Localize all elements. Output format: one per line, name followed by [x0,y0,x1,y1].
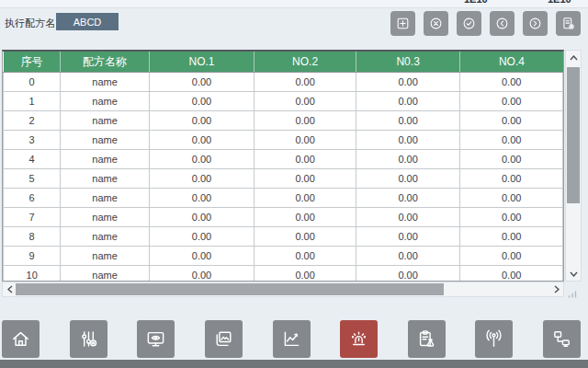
nav-home-button[interactable] [2,320,40,358]
table-cell[interactable]: 0.00 [356,189,460,208]
recipe-settings-button[interactable] [556,11,581,36]
table-cell[interactable]: 0.00 [149,92,254,111]
table-cell[interactable]: 0.00 [254,111,356,131]
table-cell[interactable]: 0.00 [254,189,356,208]
table-cell[interactable]: 0.00 [460,111,563,131]
column-header: 序号 [4,52,61,73]
table-cell[interactable]: 0.00 [254,247,356,266]
table-cell[interactable]: name [61,208,149,227]
table-cell[interactable]: 0.00 [356,227,460,247]
nav-gallery-button[interactable] [205,320,243,358]
table-cell[interactable]: name [61,111,149,131]
clipboard-flask-icon [416,328,437,350]
table-cell[interactable]: 0.00 [356,111,460,131]
table-cell[interactable]: 0.00 [356,92,460,111]
table-cell[interactable]: 0.00 [149,266,254,282]
table-cell[interactable]: 0.00 [254,227,356,247]
table-cell[interactable]: 0.00 [460,131,563,150]
table-cell[interactable]: 0.00 [149,73,254,92]
table-cell[interactable]: 1 [4,92,61,111]
nav-recipe-button[interactable] [408,320,446,358]
nav-alarm-button[interactable] [340,320,378,358]
table-cell[interactable]: name [61,227,149,247]
table-cell[interactable]: 0.00 [254,169,356,189]
table-cell[interactable]: 0.00 [254,131,356,150]
table-cell[interactable]: 3 [4,131,61,150]
hmi-screen: 1E10 1E10 执行配方名 ABCD 序号配方名称NO.1NO.2N0.3N… [0,0,588,368]
horizontal-scroll-thumb[interactable] [16,283,444,295]
table-cell[interactable]: 0.00 [356,150,460,169]
table-cell[interactable]: 0.00 [149,189,254,208]
table-cell[interactable]: name [61,150,149,169]
table-cell[interactable]: 0.00 [254,92,356,111]
table-cell[interactable]: 0.00 [356,169,460,189]
table-cell[interactable]: 0.00 [149,150,254,169]
table-row: 10name0.000.000.000.00 [4,266,563,282]
delete-recipe-button[interactable] [424,11,448,36]
table-cell[interactable]: 0.00 [460,169,563,189]
table-cell[interactable]: name [61,92,149,111]
scroll-left-button[interactable] [4,282,16,296]
table-cell[interactable]: 0.00 [149,131,254,150]
add-recipe-button[interactable] [390,11,415,36]
table-cell[interactable]: name [61,266,149,282]
nav-communication-button[interactable] [475,320,513,358]
table-cell[interactable]: 0.00 [460,150,563,169]
table-cell[interactable]: 0.00 [460,73,563,92]
previous-recipe-button[interactable] [490,11,514,36]
alarm-beacon-icon [348,328,369,350]
table-cell[interactable]: 0.00 [460,247,563,266]
device-network-icon [551,328,572,350]
column-header: NO.4 [460,52,563,73]
table-cell[interactable]: 0.00 [254,266,356,282]
table-cell[interactable]: 8 [4,227,61,247]
next-recipe-button[interactable] [523,11,548,36]
table-cell[interactable]: 0.00 [149,208,254,227]
scroll-up-button[interactable] [566,52,581,63]
table-cell[interactable]: 5 [4,169,61,189]
table-cell[interactable]: 0.00 [149,111,254,131]
scroll-right-button[interactable] [550,282,562,296]
table-cell[interactable]: 0.00 [149,227,254,247]
table-cell[interactable]: name [61,189,149,208]
table-cell[interactable]: 0 [4,73,61,92]
active-recipe-value[interactable]: ABCD [56,13,119,30]
table-cell[interactable]: 2 [4,111,61,131]
table-cell[interactable]: 0.00 [460,266,563,282]
table-row: 7name0.000.000.000.00 [4,208,563,227]
table-cell[interactable]: 0.00 [356,247,460,266]
table-cell[interactable]: 0.00 [460,208,563,227]
table-cell[interactable]: 9 [4,247,61,266]
table-cell[interactable]: 7 [4,208,61,227]
table-cell[interactable]: name [61,247,149,266]
table-cell[interactable]: name [61,169,149,189]
table-cell[interactable]: 0.00 [460,227,563,247]
table-cell[interactable]: 0.00 [460,92,563,111]
scroll-down-button[interactable] [566,268,581,280]
nav-settings-button[interactable] [70,320,107,358]
vertical-scroll-thumb[interactable] [567,67,580,203]
nav-monitor-view-button[interactable] [137,320,175,358]
nav-devices-button[interactable] [543,320,581,358]
table-cell[interactable]: 0.00 [460,189,563,208]
table-cell[interactable]: 0.00 [149,247,254,266]
horizontal-scrollbar[interactable] [2,282,564,297]
nav-trend-button[interactable] [273,320,311,358]
table-cell[interactable]: 10 [4,266,61,282]
table-cell[interactable]: 0.00 [356,131,460,150]
table-cell[interactable]: 4 [4,150,61,169]
table-cell[interactable]: name [61,131,149,150]
vertical-scrollbar[interactable] [565,50,582,282]
table-row: 5name0.000.000.000.00 [4,169,563,189]
confirm-recipe-button[interactable] [457,11,481,36]
table-cell[interactable]: 0.00 [356,208,460,227]
table-cell[interactable]: 0.00 [356,73,460,92]
table-cell[interactable]: 0.00 [254,208,356,227]
table-cell[interactable]: name [61,73,149,92]
table-cell[interactable]: 0.00 [149,169,254,189]
table-cell[interactable]: 0.00 [356,266,460,282]
check-circle-icon [461,16,477,31]
table-cell[interactable]: 0.00 [254,150,356,169]
table-cell[interactable]: 0.00 [254,73,356,92]
table-cell[interactable]: 6 [4,189,61,208]
